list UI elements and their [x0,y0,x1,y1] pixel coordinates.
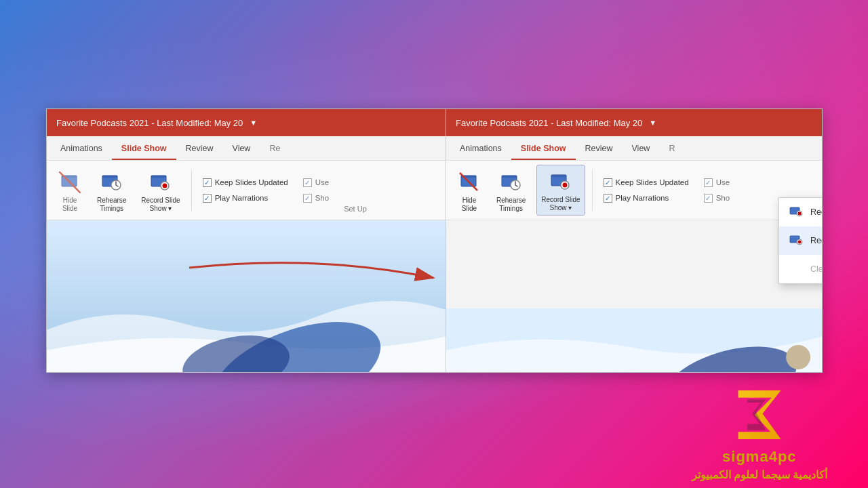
record-slide-show-label-left: Record SlideShow ▾ [141,197,180,213]
keep-slides-label-left: Keep Slides Updated [215,178,288,186]
logo-brand-text: sigma4pc [722,448,797,466]
use-label-left: Use [315,178,329,186]
sho-cb-box-right[interactable] [704,194,713,203]
sho-label-left: Sho [315,194,329,202]
logo-arabic-text: أكاديمية سيجما لعلوم الكمبيوتر [692,468,827,481]
tab-r-right[interactable]: R [659,138,684,160]
left-title-text: Favorite Podcasts 2021 - Last Modified: … [56,118,243,128]
tab-review-right[interactable]: Review [576,138,623,160]
sho-cb-left[interactable]: Sho [303,194,329,203]
svg-point-32 [786,345,810,369]
checkboxes-group1-left: Keep Slides Updated Play Narrations [199,165,292,216]
svg-point-29 [797,241,801,244]
record-slide-show-btn-left[interactable]: Record SlideShow ▾ [137,165,184,216]
svg-point-23 [562,183,567,188]
left-panel: Favorite Podcasts 2021 - Last Modified: … [47,109,446,372]
logo-container: sigma4pc أكاديمية سيجما لعلوم الكمبيوتر [692,384,827,481]
tab-slideshow-right[interactable]: Slide Show [511,138,576,160]
use-cb-right[interactable]: Use [704,178,730,187]
play-narrations-label-left: Play Narrations [215,194,269,202]
record-from-beginning-item[interactable]: Record from Beginning... [779,226,822,255]
checkboxes-group1-right: Keep Slides Updated Play Narrations [599,165,693,216]
keep-slides-cb-right[interactable] [604,178,612,187]
checkboxes-group2-left: Use Sho [299,165,333,216]
hide-slide-icon-left [58,170,82,195]
left-ribbon-content: HideSlide RehearseTimings [47,161,446,220]
right-title-text: Favorite Podcasts 2021 - Last Modified: … [456,118,642,128]
record-from-beginning-label: Record from Beginning... [810,236,822,245]
rehearse-timings-label-right: RehearseTimings [496,197,526,213]
record-from-current-item[interactable]: Record from Current Slide... [779,198,822,226]
use-label-right: Use [716,178,730,186]
use-cb-left[interactable]: Use [303,178,329,187]
hide-slide-btn-right[interactable]: HideSlide [453,165,486,216]
record-slide-show-btn-right[interactable]: Record SlideShow ▾ [536,165,585,216]
svg-point-26 [797,212,801,216]
hide-slide-label-left: HideSlide [62,197,77,213]
hide-slide-label-right: HideSlide [462,197,477,213]
record-current-icon [789,205,804,220]
left-title-bar: Favorite Podcasts 2021 - Last Modified: … [47,109,446,136]
tab-slideshow-left[interactable]: Slide Show [112,138,176,160]
use-cb-box-right[interactable] [704,178,713,187]
rehearse-icon-right [499,170,524,195]
clear-recordings-label: Clear (erase Recordings...) [810,264,822,274]
tab-review-left[interactable]: Review [176,138,223,160]
right-title-bar: Favorite Podcasts 2021 - Last Modified: … [446,109,822,136]
record-slide-icon-right [549,169,573,194]
keep-slides-label-right: Keep Slides Updated [616,178,689,186]
sho-cb-box-left[interactable] [303,194,312,203]
divider-1-left [191,170,192,211]
play-narrations-cb-left[interactable] [203,194,212,203]
right-ribbon-tabs: Animations Slide Show Review View R [446,136,822,161]
right-ribbon-content: HideSlide RehearseTimings [446,161,822,220]
divider-1-right [592,170,593,211]
right-title-dropdown[interactable]: ▼ [649,119,656,127]
sigma-logo-icon [729,384,790,445]
play-narrations-label-right: Play Narrations [616,194,669,202]
slide-area-left [47,220,446,372]
hide-slide-icon-right [457,170,481,195]
rehearse-timings-btn-left[interactable]: RehearseTimings [93,165,130,216]
sho-cb-right[interactable]: Sho [704,194,730,203]
hide-slide-btn-left[interactable]: HideSlide [54,165,86,216]
screenshot-container: Favorite Podcasts 2021 - Last Modified: … [46,108,823,373]
tab-re-left[interactable]: Re [260,138,290,160]
tab-view-left[interactable]: View [223,138,260,160]
record-slide-show-label-right: Record SlideShow ▾ [541,196,580,212]
play-narrations-cb-right[interactable] [604,194,612,203]
play-narrations-left[interactable]: Play Narrations [203,194,288,203]
checkboxes-group2-right: Use Sho [700,165,734,216]
record-from-current-label: Record from Current Slide... [810,207,822,217]
arrow-overlay-left [182,241,440,295]
use-cb-box-left[interactable] [303,178,312,187]
keep-slides-cb-left[interactable] [203,178,212,187]
clear-recordings-item: Clear (erase Recordings...) [779,255,822,283]
left-ribbon-tabs: Animations Slide Show Review View Re [47,136,446,161]
tab-view-right[interactable]: View [623,138,660,160]
keep-slides-updated-right[interactable]: Keep Slides Updated [604,178,689,187]
right-panel: Favorite Podcasts 2021 - Last Modified: … [446,109,822,372]
sho-label-right: Sho [716,194,730,202]
svg-point-9 [162,184,167,188]
clear-icon [789,262,804,277]
rehearse-icon-left [100,170,124,195]
keep-slides-updated-left[interactable]: Keep Slides Updated [203,178,288,187]
rehearse-timings-label-left: RehearseTimings [97,197,126,213]
record-slide-icon-left [149,170,173,195]
rehearse-timings-btn-right[interactable]: RehearseTimings [492,165,530,216]
tab-animations-left[interactable]: Animations [51,138,112,160]
play-narrations-right[interactable]: Play Narrations [604,194,689,203]
record-beginning-icon [789,233,804,248]
slide-area-right [446,308,822,372]
record-dropdown-menu: Record from Current Slide... Record from… [778,197,822,284]
left-title-dropdown[interactable]: ▼ [250,119,257,127]
setup-label-left: Set Up [340,205,367,216]
tab-animations-right[interactable]: Animations [450,138,511,160]
